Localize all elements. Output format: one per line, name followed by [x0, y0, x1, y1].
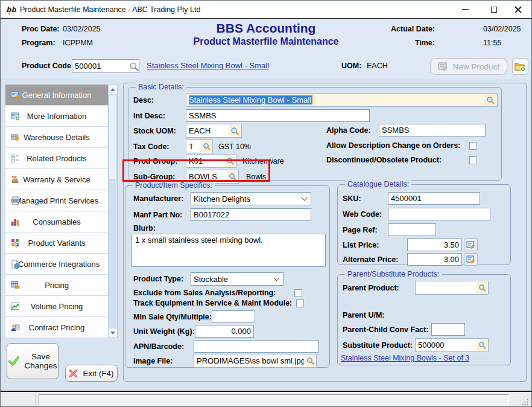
sidebar-item-ecommerce-integrations[interactable]: eCommerce Integrations — [5, 254, 108, 275]
page-globe-icon — [11, 260, 20, 269]
header: Proc Date: 03/02/2025 Program: ICPPMM BB… — [1, 19, 531, 79]
web-code-input[interactable] — [388, 208, 490, 220]
open-product-button[interactable] — [512, 58, 528, 75]
parent-product-search-button[interactable] — [477, 282, 487, 293]
apn-label: APN/Barcode: — [133, 342, 194, 351]
titlebar: bb s Product Masterfile Maintenance - AB… — [1, 1, 531, 19]
stock-uom-search-button[interactable] — [229, 125, 241, 136]
search-icon — [486, 96, 495, 104]
maximize-button[interactable] — [484, 1, 504, 18]
exit-button[interactable]: Exit (F4) — [65, 365, 118, 382]
min-sale-qty-input[interactable] — [212, 310, 255, 323]
save-label-line2: Changes — [24, 361, 57, 370]
sidebar-item-label: Pricing — [45, 281, 69, 290]
sidebar-item-warranty-service[interactable]: Warranty & Service — [5, 169, 108, 190]
alpha-code-input[interactable]: SSMBS — [379, 124, 486, 136]
product-type-dropdown[interactable]: Stockable — [191, 272, 283, 286]
close-button[interactable] — [508, 1, 528, 18]
alternate-price-edit-button[interactable] — [464, 253, 478, 266]
substitute-product-link[interactable]: Stainless Steel Mixing Bowls - Set of 3 — [341, 354, 469, 362]
stock-uom-field[interactable]: EACH — [186, 124, 242, 138]
web-code-label: Web Code: — [343, 210, 388, 219]
card-pencil-icon — [11, 91, 20, 100]
blurb-label: Blurb: — [133, 224, 156, 232]
sidebar-item-more-information[interactable]: More Information — [5, 106, 108, 127]
page-ref-input[interactable] — [388, 223, 436, 236]
sidebar-item-label: Related Products — [27, 154, 87, 163]
scroll-down-button[interactable] — [109, 328, 117, 338]
manufacturer-dropdown[interactable]: Kitchen Delights — [191, 192, 311, 205]
image-file-search-button[interactable] — [305, 355, 315, 367]
int-desc-label: Int Desc: — [133, 112, 186, 120]
save-changes-button[interactable]: SaveChanges — [7, 343, 59, 379]
parent-product-label: Parent Product: — [343, 284, 415, 292]
product-code-label: Product Code: — [22, 62, 74, 70]
unit-weight-input[interactable]: 0.000 — [195, 325, 254, 338]
scrollbar-thumb[interactable] — [109, 95, 117, 179]
scroll-up-button[interactable] — [109, 85, 117, 94]
tax-code-search-button[interactable] — [201, 141, 212, 152]
tax-code-value: T — [186, 142, 200, 151]
track-equipment-checkbox[interactable] — [296, 300, 304, 307]
parent-product-field[interactable] — [415, 281, 489, 295]
substitute-product-field[interactable]: 500000 — [415, 338, 489, 352]
bbs-logo-icon: bb s — [5, 4, 16, 15]
sidebar-item-general-information[interactable]: General Information — [5, 85, 108, 106]
list-price-input[interactable]: 3.50 — [407, 239, 462, 251]
statusbar-cell — [1, 392, 36, 407]
sidebar-item-warehouse-details[interactable]: Warehouse Details — [5, 127, 108, 148]
image-file-field[interactable]: PRODIMAGES\ss bowl sml.jpg — [194, 354, 317, 368]
substitute-product-search-button[interactable] — [477, 339, 487, 351]
allow-desc-change-checkbox[interactable] — [469, 142, 477, 150]
sidebar-item-consumables[interactable]: Consumables — [5, 211, 108, 232]
desc-value: Stainless Steel Mixing Bowl - Small — [189, 95, 311, 104]
product-item-specifics-group: Product/Item Specifics: Manufacturer: Ki… — [125, 185, 330, 368]
manf-part-input[interactable]: B0017022 — [191, 208, 311, 221]
chevron-down-icon — [302, 195, 308, 201]
alternate-price-label: Alternate Price: — [343, 255, 407, 264]
apn-input[interactable] — [194, 340, 318, 353]
pricing-table-icon — [11, 281, 20, 290]
new-product-button[interactable]: New Product — [430, 58, 507, 75]
product-type-value: Stockable — [191, 275, 274, 284]
sidebar-item-managed-print-services[interactable]: Managed Print Services — [5, 190, 108, 211]
search-icon — [478, 284, 486, 292]
sidebar-item-product-variants[interactable]: Product Variants — [5, 232, 108, 254]
search-icon — [306, 357, 314, 365]
resize-grip-icon[interactable] — [521, 398, 529, 406]
sidebar-item-contract-pricing[interactable]: Contract Pricing — [5, 317, 108, 338]
sidebar-item-related-products[interactable]: Related Products — [5, 148, 108, 169]
sku-input[interactable]: 4500001 — [388, 192, 480, 205]
app-title: BBS Accounting — [1, 21, 531, 36]
maximize-icon — [491, 7, 497, 13]
manufacturer-value: Kitchen Delights — [191, 194, 302, 204]
exit-label: Exit (F4) — [83, 369, 113, 378]
main-area: General Information More Information War… — [1, 79, 531, 391]
list-price-edit-button[interactable] — [464, 239, 478, 251]
bar-chart-icon — [11, 217, 20, 226]
desc-search-button[interactable] — [484, 94, 496, 106]
stock-uom-label: Stock UOM: — [133, 127, 186, 135]
minimize-button[interactable] — [455, 1, 475, 18]
new-product-icon — [438, 62, 448, 71]
int-desc-input[interactable]: SSMBS — [186, 109, 370, 122]
product-description-link[interactable]: Stainless Steel Mixing Bowl - Small — [147, 61, 269, 70]
sidebar-item-label: General Information — [22, 91, 92, 100]
blurb-textarea[interactable]: 1 x small stainless steel mixing bowl. — [131, 234, 326, 267]
product-code-input[interactable]: 500001 — [72, 59, 139, 73]
search-icon[interactable] — [129, 62, 139, 71]
tax-code-field[interactable]: T — [186, 139, 213, 153]
alternate-price-input[interactable]: 3.00 — [407, 253, 462, 266]
sidebar-scrollbar[interactable] — [108, 85, 118, 338]
chevron-down-icon — [274, 275, 280, 281]
desc-field[interactable]: Stainless Steel Mixing Bowl - Small — [186, 93, 498, 107]
actual-date-value: 03/02/2025 — [483, 25, 521, 33]
sidebar-nav: General Information More Information War… — [5, 85, 108, 338]
conv-fact-input[interactable] — [431, 323, 465, 336]
discontinued-checkbox[interactable] — [469, 156, 477, 164]
conv-fact-label: Parent-Child Conv Fact: — [343, 325, 431, 334]
sidebar-item-pricing[interactable]: Pricing — [5, 275, 108, 296]
actual-date-label: Actual Date: — [391, 25, 435, 33]
exclude-sales-checkbox[interactable] — [294, 289, 302, 297]
sidebar-item-volume-pricing[interactable]: Volume Pricing — [5, 296, 108, 317]
